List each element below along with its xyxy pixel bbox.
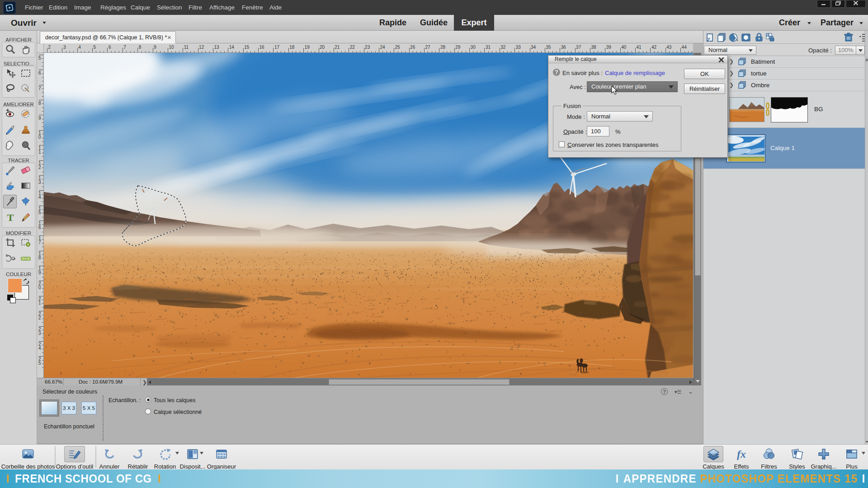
svg-text:T: T — [7, 212, 14, 223]
svg-text:fx: fx — [737, 448, 746, 460]
